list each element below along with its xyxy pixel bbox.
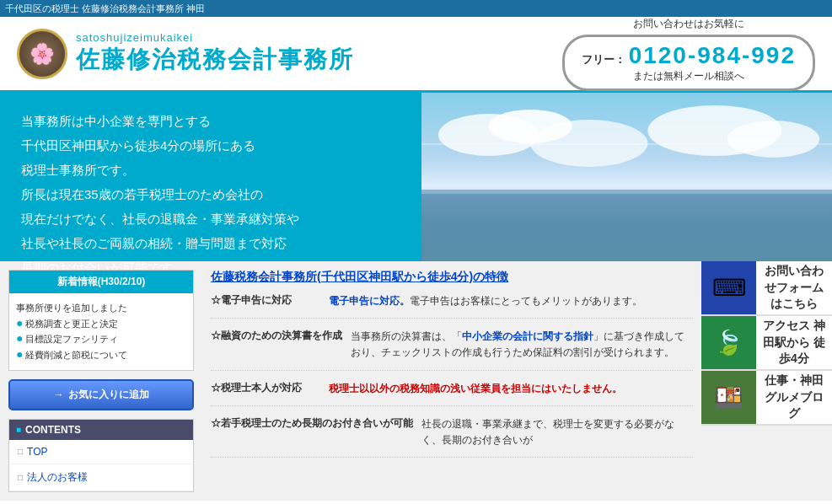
phone-number: 0120-984-992 — [629, 42, 796, 68]
news-title: 新着情報(H30/2/10) — [9, 271, 193, 293]
news-dot-3: ● — [16, 347, 23, 362]
news-item-1-text: 税務調査と更正と決定 — [25, 316, 118, 332]
favorite-button[interactable]: お気に入りに追加 — [8, 379, 194, 410]
food-icon: 🍱 — [701, 371, 756, 425]
phone-sub: または無料メール相談へ — [582, 69, 796, 83]
feature-desc-2: 当事務所の決算書は、「中小企業の会計に関する指針」に基づき作成しており、チェック… — [351, 329, 693, 361]
center-content: 佐藤税務会計事務所(千代田区神田駅から徒歩4分)の特徴 ☆電子申告に対応 電子申… — [202, 261, 701, 501]
feature-highlight-1: 電子申告に対応。 — [329, 295, 410, 307]
news-dot-2: ● — [16, 331, 23, 346]
hero-line-3: 税理士事務所です。 — [21, 158, 400, 181]
feature-desc-3: 税理士以以外の税務知識の浅い従業員を担当にはいたしません。 — [329, 381, 693, 397]
hero-line-4: 所長は現在35歳の若手税理士のため会社の — [21, 183, 400, 206]
logo-emblem — [17, 29, 67, 79]
news-item-1: ● 税務調査と更正と決定 — [16, 316, 186, 332]
hero-line-5: 現在だけでなく、社長の退職金・事業承継対策や — [21, 207, 400, 230]
main-content: 新着情報(H30/2/10) 事務所便りを追加しました ● 税務調査と更正と決定… — [0, 261, 832, 501]
news-item-2: ● 目標設定ファシリティ — [16, 331, 186, 347]
contents-box: CONTENTS TOP 法人のお客様 — [8, 419, 194, 492]
right-sidebar: ⌨ お問い合わせフォームはこちら 🍃 アクセス 神田駅から 徒歩4分 🍱 仕事・… — [701, 261, 832, 501]
blog-label: 仕事・神田グルメブログ — [756, 371, 832, 426]
feature-label-3: ☆税理士本人が対応 — [211, 381, 320, 397]
news-items: 事務所便りを追加しました ● 税務調査と更正と決定 ● 目標設定ファシリティ ●… — [9, 293, 193, 370]
news-item-3: ● 経費削減と節税について — [16, 347, 186, 363]
keyboard-icon: ⌨ — [701, 261, 756, 315]
logo-romaji: satoshujizeimukaikei — [76, 31, 354, 44]
svg-point-3 — [530, 120, 647, 167]
title-bar-text: 千代田区の税理士 佐藤修治税務会計事務所 神田 — [5, 3, 205, 15]
svg-rect-7 — [421, 194, 832, 261]
contents-item-top[interactable]: TOP — [9, 440, 193, 464]
feature-desc-4: 社長の退職・事業承継まで、税理士を変更する必要がなく、長期のお付き合いが — [421, 416, 693, 448]
hero-section: 当事務所は中小企業を専門とする 千代田区神田駅から徒歩4分の場所にある 税理士事… — [0, 93, 832, 261]
logo-text-block: satoshujizeimukaikei 佐藤修治税務会計事務所 — [76, 31, 354, 76]
feature-label-4: ☆若手税理士のため長期のお付き合いが可能 — [211, 416, 413, 448]
hero-svg — [421, 93, 832, 261]
hero-image — [421, 93, 832, 261]
feature-row-4: ☆若手税理士のため長期のお付き合いが可能 社長の退職・事業承継まで、税理士を変更… — [211, 416, 693, 458]
news-item-2-text: 目標設定ファシリティ — [25, 331, 118, 347]
feature-label-2: ☆融資のための決算書を作成 — [211, 329, 342, 361]
feature-highlight-3: 税理士以以外の税務知識の浅い従業員を担当にはいたしません。 — [329, 383, 622, 394]
blog-button[interactable]: 🍱 仕事・神田グルメブログ — [701, 371, 832, 426]
logo-area: satoshujizeimukaikei 佐藤修治税務会計事務所 — [17, 29, 354, 79]
contents-title: CONTENTS — [9, 420, 193, 440]
phone-area: お問い合わせはお気軽に フリー： 0120-984-992 または無料メール相談… — [562, 17, 815, 91]
leaf-icon: 🍃 — [701, 316, 756, 370]
header: satoshujizeimukaikei 佐藤修治税務会計事務所 お問い合わせは… — [0, 17, 832, 93]
phone-free-label: フリー： — [582, 53, 625, 66]
logo-kanji: 佐藤修治税務会計事務所 — [76, 44, 354, 76]
phone-number-box: フリー： 0120-984-992 または無料メール相談へ — [562, 35, 815, 91]
phone-tagline: お問い合わせはお気軽に — [562, 17, 815, 31]
contact-form-label: お問い合わせフォームはこちら — [756, 261, 832, 316]
features-title[interactable]: 佐藤税務会計事務所(千代田区神田駅から徒歩4分)の特徴 — [211, 270, 693, 285]
feature-highlight-2: 中小企業の会計に関する指針 — [462, 330, 593, 342]
news-item-3-text: 経費削減と節税について — [25, 347, 127, 363]
sidebar: 新着情報(H30/2/10) 事務所便りを追加しました ● 税務調査と更正と決定… — [0, 261, 202, 501]
feature-row-3: ☆税理士本人が対応 税理士以以外の税務知識の浅い従業員を担当にはいたしません。 — [211, 381, 693, 406]
news-dot: ● — [16, 316, 23, 330]
access-button[interactable]: 🍃 アクセス 神田駅から 徒歩4分 — [701, 316, 832, 371]
access-label: アクセス 神田駅から 徒歩4分 — [756, 316, 832, 371]
svg-rect-6 — [421, 190, 832, 261]
feature-desc-1: 電子申告に対応。電子申告はお客様にとってもメリットがあります。 — [329, 293, 693, 309]
hero-text: 当事務所は中小企業を専門とする 千代田区神田駅から徒歩4分の場所にある 税理士事… — [0, 93, 421, 261]
contact-form-button[interactable]: ⌨ お問い合わせフォームはこちら — [701, 261, 832, 316]
feature-row-2: ☆融資のための決算書を作成 当事務所の決算書は、「中小企業の会計に関する指針」に… — [211, 329, 693, 370]
hero-line-1: 当事務所は中小企業を専門とする — [21, 110, 400, 132]
hero-line-6: 社長や社長のご両親の相続・贈与問題まで対応 — [21, 232, 400, 255]
title-bar: 千代田区の税理士 佐藤修治税務会計事務所 神田 — [0, 0, 832, 17]
news-box: 新着情報(H30/2/10) 事務所便りを追加しました ● 税務調査と更正と決定… — [8, 270, 194, 371]
svg-point-5 — [727, 121, 819, 158]
news-item-0: 事務所便りを追加しました — [16, 300, 186, 316]
feature-row-1: ☆電子申告に対応 電子申告に対応。電子申告はお客様にとってもメリットがあります。 — [211, 293, 693, 319]
contents-item-corporate[interactable]: 法人のお客様 — [9, 464, 193, 491]
feature-label-1: ☆電子申告に対応 — [211, 293, 320, 309]
hero-line-2: 千代田区神田駅から徒歩4分の場所にある — [21, 134, 400, 157]
